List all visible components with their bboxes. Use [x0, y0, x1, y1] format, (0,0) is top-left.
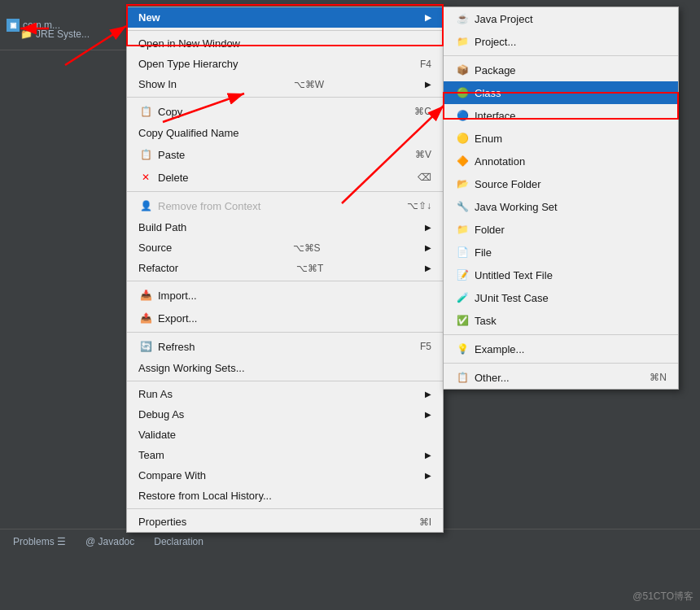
menu-item-export[interactable]: 📤 Export...	[127, 307, 443, 329]
submenu-java-project[interactable]: ☕ Java Project	[444, 7, 678, 30]
untitled-text-label: Untitled Text File	[475, 269, 553, 281]
working-set-icon: 🔧	[455, 199, 470, 214]
source-label: Source	[138, 242, 172, 254]
refresh-shortcut: F5	[404, 341, 431, 352]
javadoc-tab-label: @ Javadoc	[85, 536, 134, 547]
submenu-annotation[interactable]: 🔶 Annotation	[444, 150, 678, 172]
java-working-set-label: Java Working Set	[475, 201, 558, 213]
menu-item-import[interactable]: 📥 Import...	[127, 284, 443, 307]
source-arrow: ▶	[425, 243, 431, 252]
submenu-sep-3	[444, 363, 678, 364]
submenu-task[interactable]: ✅ Task	[444, 309, 678, 332]
menu-item-validate[interactable]: Validate	[127, 425, 443, 445]
menu-item-properties[interactable]: Properties ⌘I	[127, 512, 443, 532]
submenu-other[interactable]: 📋 Other... ⌘N	[444, 366, 678, 389]
delete-label: Delete	[158, 172, 189, 184]
delete-icon: ✕	[138, 170, 153, 185]
jre-item: 📁 JRE Syste...	[20, 28, 90, 40]
tab-problems[interactable]: Problems ☰	[7, 533, 72, 551]
separator-4	[127, 281, 443, 281]
properties-shortcut: ⌘I	[403, 516, 431, 528]
refresh-icon: 🔄	[138, 339, 153, 354]
build-path-label: Build Path	[138, 221, 186, 233]
copy-shortcut: ⌘C	[398, 106, 431, 117]
interface-label: Interface	[475, 110, 516, 122]
project-label: Project...	[475, 36, 516, 48]
compare-with-arrow: ▶	[425, 471, 431, 480]
properties-label: Properties	[138, 516, 186, 528]
menu-item-new[interactable]: New ▶	[127, 7, 443, 28]
source-folder-icon: 📂	[455, 176, 470, 191]
menu-item-delete[interactable]: ✕ Delete ⌫	[127, 166, 443, 189]
submenu-example[interactable]: 💡 Example...	[444, 338, 678, 360]
open-hierarchy-shortcut: F4	[404, 59, 431, 70]
paste-icon: 📋	[138, 147, 153, 162]
menu-item-open-hierarchy[interactable]: Open Type Hierarchy F4	[127, 54, 443, 74]
context-menu-main: New ▶ Open in New Window Open Type Hiera…	[126, 7, 444, 533]
tab-javadoc[interactable]: @ Javadoc	[79, 533, 141, 551]
submenu-file[interactable]: 📄 File	[444, 241, 678, 264]
menu-item-restore[interactable]: Restore from Local History...	[127, 486, 443, 506]
tab-declaration[interactable]: Declaration	[147, 533, 210, 551]
menu-item-refactor[interactable]: Refactor ⌥⌘T ▶	[127, 258, 443, 278]
submenu-sep-2	[444, 334, 678, 335]
menu-item-paste[interactable]: 📋 Paste ⌘V	[127, 143, 443, 166]
menu-item-refresh[interactable]: 🔄 Refresh F5	[127, 335, 443, 358]
team-label: Team	[138, 449, 164, 461]
new-label: New	[138, 11, 160, 24]
separator-5	[127, 332, 443, 333]
menu-item-show-in[interactable]: Show In ⌥⌘W ▶	[127, 74, 443, 94]
class-label: Class	[475, 87, 501, 99]
submenu-class[interactable]: 🟢 Class	[444, 81, 678, 104]
submenu-untitled-text[interactable]: 📝 Untitled Text File	[444, 264, 678, 286]
submenu-folder[interactable]: 📁 Folder	[444, 218, 678, 241]
context-menu-new-submenu: ☕ Java Project 📁 Project... 📦 Package 🟢 …	[443, 7, 679, 390]
class-icon: 🟢	[455, 85, 470, 100]
menu-item-open-window[interactable]: Open in New Window	[127, 33, 443, 54]
compare-with-label: Compare With	[138, 469, 206, 481]
annotation-label: Annotation	[475, 155, 525, 168]
menu-item-source[interactable]: Source ⌥⌘S ▶	[127, 237, 443, 258]
submenu-java-working-set[interactable]: 🔧 Java Working Set	[444, 195, 678, 218]
declaration-tab-label: Declaration	[154, 536, 203, 547]
jre-label: JRE Syste...	[36, 28, 90, 40]
enum-icon: 🟡	[455, 131, 470, 146]
menu-item-copy[interactable]: 📋 Copy ⌘C	[127, 100, 443, 123]
show-in-arrow: ▶	[425, 80, 431, 89]
submenu-project[interactable]: 📁 Project...	[444, 30, 678, 53]
watermark: @51CTO博客	[632, 590, 693, 603]
bottom-tab-bar: Problems ☰ @ Javadoc Declaration	[0, 529, 700, 610]
package-icon: ▣	[7, 19, 20, 32]
export-icon: 📤	[138, 311, 153, 325]
menu-item-assign-working-sets[interactable]: Assign Working Sets...	[127, 358, 443, 378]
submenu-junit[interactable]: 🧪 JUnit Test Case	[444, 286, 678, 309]
copy-icon: 📋	[138, 104, 153, 119]
source-shortcut: ⌥⌘S	[277, 242, 321, 254]
menu-item-compare-with[interactable]: Compare With ▶	[127, 465, 443, 486]
submenu-enum[interactable]: 🟡 Enum	[444, 127, 678, 150]
copy-label: Copy	[158, 106, 182, 118]
submenu-source-folder[interactable]: 📂 Source Folder	[444, 172, 678, 195]
jre-icon: 📁	[20, 28, 33, 40]
annotation-icon: 🔶	[455, 154, 470, 168]
remove-context-label: Remove from Context	[158, 200, 260, 212]
submenu-package[interactable]: 📦 Package	[444, 59, 678, 81]
remove-context-shortcut: ⌥⇧↓	[391, 200, 431, 211]
menu-item-run-as[interactable]: Run As ▶	[127, 384, 443, 404]
menu-item-remove-context[interactable]: 👤 Remove from Context ⌥⇧↓	[127, 194, 443, 217]
validate-label: Validate	[138, 429, 176, 441]
menu-item-build-path[interactable]: Build Path ▶	[127, 217, 443, 237]
other-shortcut: ⌘N	[633, 372, 667, 383]
remove-icon: 👤	[138, 198, 153, 213]
submenu-interface[interactable]: 🔵 Interface	[444, 104, 678, 127]
text-file-icon: 📝	[455, 268, 470, 282]
package-icon-sm: 📦	[455, 63, 470, 77]
export-label: Export...	[158, 312, 197, 325]
refactor-label: Refactor	[138, 262, 178, 274]
menu-item-debug-as[interactable]: Debug As ▶	[127, 404, 443, 425]
junit-icon: 🧪	[455, 290, 470, 305]
menu-item-team[interactable]: Team ▶	[127, 445, 443, 465]
menu-item-copy-qualified[interactable]: Copy Qualified Name	[127, 123, 443, 143]
separator-7	[127, 508, 443, 509]
submenu-sep-1	[444, 55, 678, 56]
